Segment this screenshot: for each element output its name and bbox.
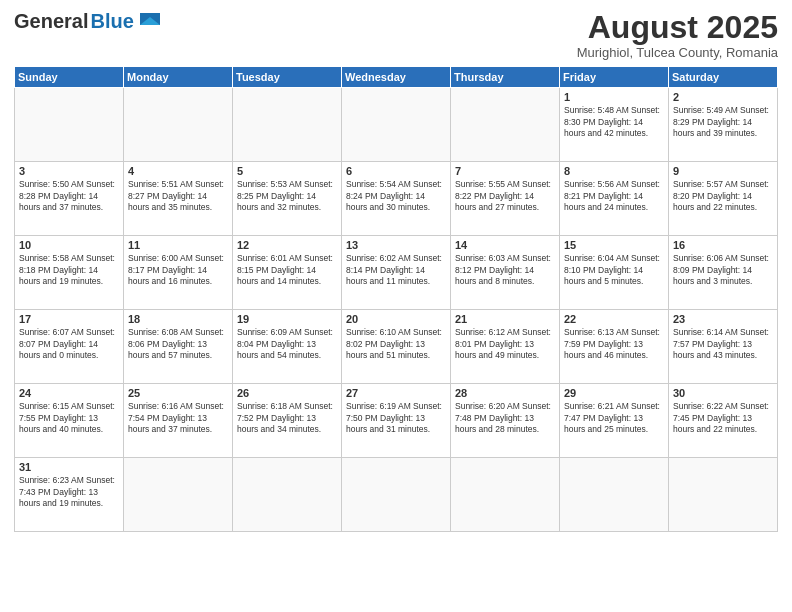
day-info: Sunrise: 6:00 AM Sunset: 8:17 PM Dayligh…	[128, 253, 228, 287]
table-row: 1Sunrise: 5:48 AM Sunset: 8:30 PM Daylig…	[560, 88, 669, 162]
logo-area: General Blue	[14, 10, 164, 33]
table-row	[233, 88, 342, 162]
day-number: 1	[564, 91, 664, 103]
day-number: 6	[346, 165, 446, 177]
day-info: Sunrise: 6:02 AM Sunset: 8:14 PM Dayligh…	[346, 253, 446, 287]
day-number: 20	[346, 313, 446, 325]
table-row: 7Sunrise: 5:55 AM Sunset: 8:22 PM Daylig…	[451, 162, 560, 236]
table-row: 3Sunrise: 5:50 AM Sunset: 8:28 PM Daylig…	[15, 162, 124, 236]
table-row: 23Sunrise: 6:14 AM Sunset: 7:57 PM Dayli…	[669, 310, 778, 384]
day-info: Sunrise: 5:57 AM Sunset: 8:20 PM Dayligh…	[673, 179, 773, 213]
day-info: Sunrise: 6:18 AM Sunset: 7:52 PM Dayligh…	[237, 401, 337, 435]
logo: General Blue	[14, 10, 164, 33]
day-number: 13	[346, 239, 446, 251]
weekday-monday: Monday	[124, 67, 233, 88]
table-row: 29Sunrise: 6:21 AM Sunset: 7:47 PM Dayli…	[560, 384, 669, 458]
calendar-week-0: 1Sunrise: 5:48 AM Sunset: 8:30 PM Daylig…	[15, 88, 778, 162]
day-info: Sunrise: 5:50 AM Sunset: 8:28 PM Dayligh…	[19, 179, 119, 213]
day-number: 21	[455, 313, 555, 325]
table-row	[669, 458, 778, 532]
table-row: 2Sunrise: 5:49 AM Sunset: 8:29 PM Daylig…	[669, 88, 778, 162]
table-row: 16Sunrise: 6:06 AM Sunset: 8:09 PM Dayli…	[669, 236, 778, 310]
day-info: Sunrise: 6:21 AM Sunset: 7:47 PM Dayligh…	[564, 401, 664, 435]
table-row: 13Sunrise: 6:02 AM Sunset: 8:14 PM Dayli…	[342, 236, 451, 310]
day-number: 24	[19, 387, 119, 399]
day-number: 30	[673, 387, 773, 399]
day-number: 12	[237, 239, 337, 251]
weekday-thursday: Thursday	[451, 67, 560, 88]
day-number: 9	[673, 165, 773, 177]
day-info: Sunrise: 6:08 AM Sunset: 8:06 PM Dayligh…	[128, 327, 228, 361]
day-number: 29	[564, 387, 664, 399]
table-row: 21Sunrise: 6:12 AM Sunset: 8:01 PM Dayli…	[451, 310, 560, 384]
table-row: 26Sunrise: 6:18 AM Sunset: 7:52 PM Dayli…	[233, 384, 342, 458]
day-info: Sunrise: 6:07 AM Sunset: 8:07 PM Dayligh…	[19, 327, 119, 361]
day-info: Sunrise: 6:22 AM Sunset: 7:45 PM Dayligh…	[673, 401, 773, 435]
table-row: 11Sunrise: 6:00 AM Sunset: 8:17 PM Dayli…	[124, 236, 233, 310]
title-area: August 2025 Murighiol, Tulcea County, Ro…	[577, 10, 778, 60]
table-row: 14Sunrise: 6:03 AM Sunset: 8:12 PM Dayli…	[451, 236, 560, 310]
day-number: 10	[19, 239, 119, 251]
day-info: Sunrise: 5:55 AM Sunset: 8:22 PM Dayligh…	[455, 179, 555, 213]
calendar-week-5: 31Sunrise: 6:23 AM Sunset: 7:43 PM Dayli…	[15, 458, 778, 532]
day-number: 5	[237, 165, 337, 177]
weekday-row: Sunday Monday Tuesday Wednesday Thursday…	[15, 67, 778, 88]
day-number: 15	[564, 239, 664, 251]
weekday-wednesday: Wednesday	[342, 67, 451, 88]
table-row: 17Sunrise: 6:07 AM Sunset: 8:07 PM Dayli…	[15, 310, 124, 384]
day-number: 25	[128, 387, 228, 399]
day-info: Sunrise: 5:51 AM Sunset: 8:27 PM Dayligh…	[128, 179, 228, 213]
table-row	[124, 88, 233, 162]
day-number: 23	[673, 313, 773, 325]
table-row: 27Sunrise: 6:19 AM Sunset: 7:50 PM Dayli…	[342, 384, 451, 458]
day-info: Sunrise: 6:01 AM Sunset: 8:15 PM Dayligh…	[237, 253, 337, 287]
weekday-friday: Friday	[560, 67, 669, 88]
calendar: Sunday Monday Tuesday Wednesday Thursday…	[14, 66, 778, 532]
month-title: August 2025	[577, 10, 778, 45]
day-number: 8	[564, 165, 664, 177]
day-number: 19	[237, 313, 337, 325]
table-row: 19Sunrise: 6:09 AM Sunset: 8:04 PM Dayli…	[233, 310, 342, 384]
calendar-week-3: 17Sunrise: 6:07 AM Sunset: 8:07 PM Dayli…	[15, 310, 778, 384]
day-info: Sunrise: 6:14 AM Sunset: 7:57 PM Dayligh…	[673, 327, 773, 361]
table-row: 20Sunrise: 6:10 AM Sunset: 8:02 PM Dayli…	[342, 310, 451, 384]
day-number: 16	[673, 239, 773, 251]
day-info: Sunrise: 5:48 AM Sunset: 8:30 PM Dayligh…	[564, 105, 664, 139]
table-row: 18Sunrise: 6:08 AM Sunset: 8:06 PM Dayli…	[124, 310, 233, 384]
table-row	[451, 458, 560, 532]
table-row	[124, 458, 233, 532]
day-info: Sunrise: 6:19 AM Sunset: 7:50 PM Dayligh…	[346, 401, 446, 435]
table-row: 12Sunrise: 6:01 AM Sunset: 8:15 PM Dayli…	[233, 236, 342, 310]
table-row: 8Sunrise: 5:56 AM Sunset: 8:21 PM Daylig…	[560, 162, 669, 236]
day-info: Sunrise: 6:13 AM Sunset: 7:59 PM Dayligh…	[564, 327, 664, 361]
day-number: 3	[19, 165, 119, 177]
day-info: Sunrise: 6:15 AM Sunset: 7:55 PM Dayligh…	[19, 401, 119, 435]
day-info: Sunrise: 6:16 AM Sunset: 7:54 PM Dayligh…	[128, 401, 228, 435]
day-info: Sunrise: 6:03 AM Sunset: 8:12 PM Dayligh…	[455, 253, 555, 287]
day-info: Sunrise: 5:56 AM Sunset: 8:21 PM Dayligh…	[564, 179, 664, 213]
day-info: Sunrise: 5:58 AM Sunset: 8:18 PM Dayligh…	[19, 253, 119, 287]
table-row	[451, 88, 560, 162]
day-info: Sunrise: 5:49 AM Sunset: 8:29 PM Dayligh…	[673, 105, 773, 139]
day-number: 22	[564, 313, 664, 325]
table-row	[560, 458, 669, 532]
table-row	[342, 458, 451, 532]
table-row	[233, 458, 342, 532]
logo-icon	[136, 11, 164, 33]
day-number: 28	[455, 387, 555, 399]
logo-blue-text: Blue	[90, 10, 133, 33]
table-row: 6Sunrise: 5:54 AM Sunset: 8:24 PM Daylig…	[342, 162, 451, 236]
header: General Blue August 2025 Murighiol, Tulc…	[14, 10, 778, 60]
day-info: Sunrise: 5:54 AM Sunset: 8:24 PM Dayligh…	[346, 179, 446, 213]
day-info: Sunrise: 6:12 AM Sunset: 8:01 PM Dayligh…	[455, 327, 555, 361]
day-info: Sunrise: 6:23 AM Sunset: 7:43 PM Dayligh…	[19, 475, 119, 509]
day-info: Sunrise: 6:09 AM Sunset: 8:04 PM Dayligh…	[237, 327, 337, 361]
calendar-header: Sunday Monday Tuesday Wednesday Thursday…	[15, 67, 778, 88]
table-row: 28Sunrise: 6:20 AM Sunset: 7:48 PM Dayli…	[451, 384, 560, 458]
logo-general-text: General	[14, 10, 88, 33]
day-number: 26	[237, 387, 337, 399]
table-row	[342, 88, 451, 162]
table-row: 10Sunrise: 5:58 AM Sunset: 8:18 PM Dayli…	[15, 236, 124, 310]
table-row: 22Sunrise: 6:13 AM Sunset: 7:59 PM Dayli…	[560, 310, 669, 384]
day-number: 27	[346, 387, 446, 399]
